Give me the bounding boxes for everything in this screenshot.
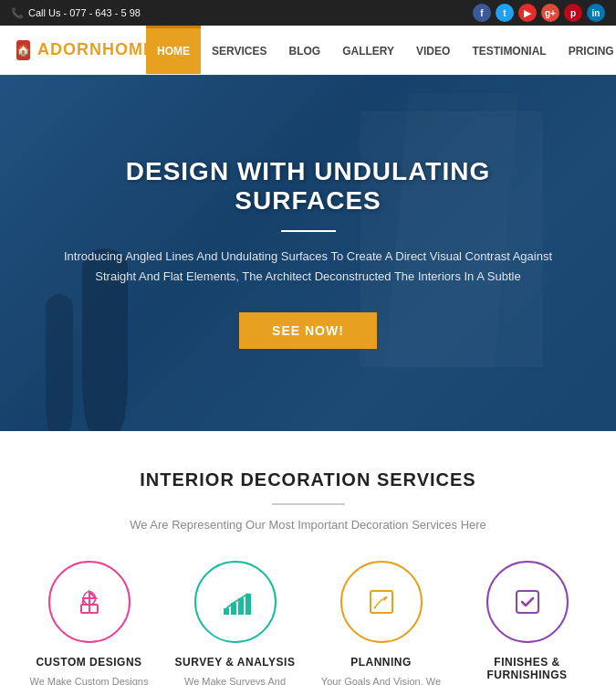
services-grid: CUSTOM DESIGNS We Make Custom Designs Of… [18,561,598,685]
pinterest-icon[interactable]: p [564,4,582,22]
svg-line-9 [374,606,376,608]
hero-subtitle: Introducing Angled Lines And Undulating … [62,247,555,287]
svg-rect-6 [371,591,392,613]
googleplus-icon[interactable]: g+ [541,4,559,22]
hero-divider [281,230,336,232]
survey-analysis-title: SURVEY & ANALYSIS [172,656,299,669]
svg-rect-4 [238,598,244,615]
svg-rect-0 [81,605,89,613]
nav-testimonial[interactable]: TESTIMONIAL [461,26,557,74]
phone-info: 📞 Call Us - 077 - 643 - 5 98 [11,7,141,19]
hero-content: DESIGN WITH UNDULATING SURFACES Introduc… [44,157,573,349]
header: 🏠 ADORNHOME HOME SERVICES BLOG GALLERY V… [0,26,616,75]
nav-gallery[interactable]: GALLERY [331,26,405,74]
svg-rect-10 [517,591,538,613]
custom-designs-icon [48,561,131,643]
hero-section: DESIGN WITH UNDULATING SURFACES Introduc… [0,75,616,431]
top-bar: 📞 Call Us - 077 - 643 - 5 98 f t ▶ g+ p … [0,0,616,26]
hero-cta-button[interactable]: SEE NOW! [239,312,377,349]
main-nav: HOME SERVICES BLOG GALLERY VIDEO TESTIMO… [146,26,616,74]
services-title: INTERIOR DECORATION SERVICES [18,469,598,490]
custom-designs-desc: We Make Custom Designs Of Kitchen [26,674,153,685]
nav-blog[interactable]: BLOG [277,26,331,74]
svg-line-7 [377,599,382,605]
svg-rect-2 [224,608,229,615]
planning-title: PLANNING [318,656,445,669]
facebook-icon[interactable]: f [473,4,491,22]
service-card-planning: PLANNING Your Goals And Vision, We Draw [318,561,445,685]
nav-video[interactable]: VIDEO [405,26,461,74]
planning-icon [340,561,423,643]
finishes-furnishings-title: FINISHES & FURNISHINGS [464,656,591,681]
phone-number: Call Us - 077 - 643 - 5 98 [28,7,141,18]
hero-title: DESIGN WITH UNDULATING SURFACES [62,157,555,216]
survey-analysis-icon [194,561,277,643]
nav-services[interactable]: SERVICES [201,26,277,74]
logo-brand: ADORN [37,40,102,58]
linkedin-icon[interactable]: in [587,4,605,22]
social-icons-group: f t ▶ g+ p in [473,4,605,22]
service-card-survey-analysis: SURVEY & ANALYSIS We Make Surveys And An… [172,561,299,685]
services-divider [272,503,345,505]
services-subtitle: We Are Representing Our Most Important D… [18,518,598,532]
planning-desc: Your Goals And Vision, We Draw [318,674,445,685]
logo-icon: 🏠 [16,40,30,60]
nav-pricing[interactable]: PRICING [558,26,616,74]
finishes-furnishings-icon [486,561,569,643]
svg-line-8 [376,605,377,606]
services-section: INTERIOR DECORATION SERVICES We Are Repr… [0,431,616,685]
svg-rect-5 [245,594,251,615]
custom-designs-title: CUSTOM DESIGNS [26,656,153,669]
logo[interactable]: 🏠 ADORNHOME [0,26,146,74]
logo-text: ADORNHOME [37,40,155,59]
svg-rect-1 [89,605,98,613]
service-card-custom-designs: CUSTOM DESIGNS We Make Custom Designs Of… [26,561,153,685]
service-card-finishes-furnishings: FINISHES & FURNISHINGS The Most Importan… [464,561,591,685]
nav-home[interactable]: HOME [146,26,201,74]
phone-icon: 📞 [11,7,24,19]
youtube-icon[interactable]: ▶ [518,4,537,22]
survey-analysis-desc: We Make Surveys And Analysis To [172,674,299,685]
twitter-icon[interactable]: t [496,4,514,22]
